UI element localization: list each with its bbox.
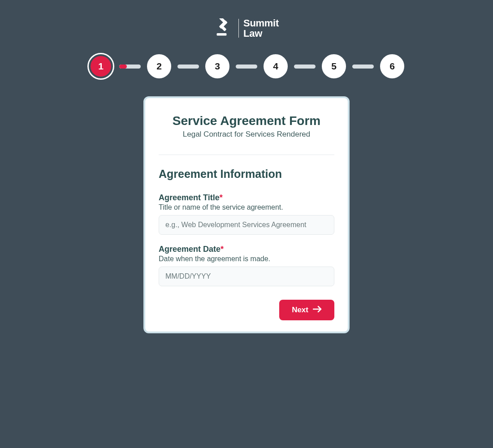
required-indicator: * xyxy=(221,245,224,254)
section-title: Agreement Information xyxy=(159,168,334,181)
step-connector xyxy=(294,65,316,69)
stepper: 123456 xyxy=(89,54,404,78)
agreement-date-label: Agreement Date* xyxy=(159,245,334,254)
logo-divider xyxy=(238,19,239,38)
agreement-title-hint: Title or name of the service agreement. xyxy=(159,203,334,211)
brand-name: Summit Law xyxy=(243,18,279,39)
step-connector xyxy=(177,65,199,69)
brand-logo: Summit Law xyxy=(214,18,279,39)
step-1[interactable]: 1 xyxy=(89,54,113,78)
step-6[interactable]: 6 xyxy=(380,54,404,78)
agreement-title-label: Agreement Title* xyxy=(159,193,334,202)
step-4[interactable]: 4 xyxy=(264,54,288,78)
required-indicator: * xyxy=(220,193,223,202)
agreement-date-input[interactable] xyxy=(159,267,334,286)
step-3[interactable]: 3 xyxy=(205,54,229,78)
next-button[interactable]: Next xyxy=(279,300,334,320)
card-title: Service Agreement Form xyxy=(159,114,334,128)
svg-rect-3 xyxy=(217,33,227,36)
gavel-icon xyxy=(214,18,234,38)
step-connector xyxy=(119,65,141,69)
agreement-title-input[interactable] xyxy=(159,215,334,235)
step-connector xyxy=(236,65,257,69)
field-agreement-title: Agreement Title* Title or name of the se… xyxy=(159,193,334,235)
field-agreement-date: Agreement Date* Date when the agreement … xyxy=(159,245,334,286)
step-2[interactable]: 2 xyxy=(147,54,171,78)
step-connector xyxy=(352,65,374,69)
step-5[interactable]: 5 xyxy=(322,54,346,78)
agreement-date-hint: Date when the agreement is made. xyxy=(159,255,334,263)
card-footer: Next xyxy=(159,300,334,320)
card-divider xyxy=(159,155,334,155)
next-button-label: Next xyxy=(292,306,308,314)
card-subtitle: Legal Contract for Services Rendered xyxy=(159,130,334,139)
brand-name-line2: Law xyxy=(243,28,279,39)
form-card: Service Agreement Form Legal Contract fo… xyxy=(143,96,350,333)
arrow-right-icon xyxy=(313,306,322,315)
brand-name-line1: Summit xyxy=(243,18,279,28)
